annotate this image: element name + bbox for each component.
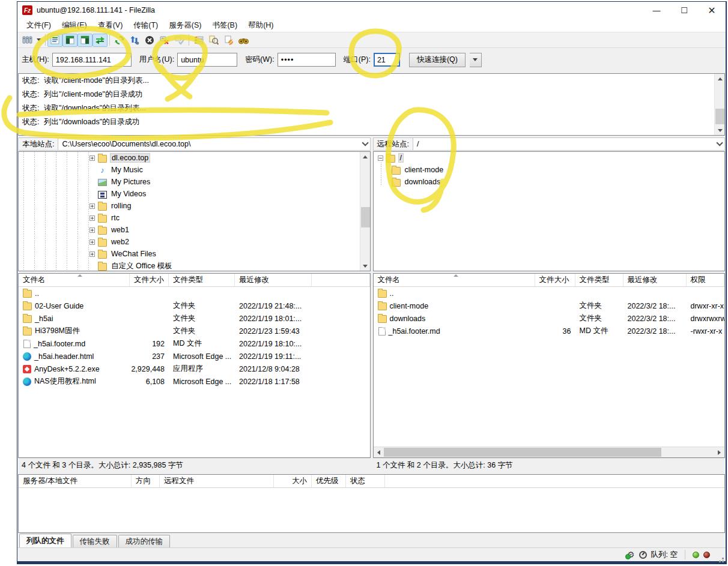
remote-path-combo[interactable]: /	[413, 137, 725, 151]
port-input[interactable]	[374, 53, 400, 67]
refresh-button[interactable]	[112, 34, 127, 47]
file-row[interactable]: ..	[19, 287, 370, 300]
tree-item[interactable]: dl.ecoo.top	[19, 152, 370, 164]
scrollbar-thumb[interactable]	[384, 448, 661, 457]
tab-queued-files[interactable]: 列队的文件	[19, 534, 71, 547]
cancel-button[interactable]	[142, 34, 157, 47]
tree-item[interactable]: My Pictures	[19, 176, 370, 188]
tree-item[interactable]: ♪My Music	[19, 164, 370, 176]
quickconnect-dropdown[interactable]	[470, 53, 482, 67]
queue-column-size[interactable]: 大小	[274, 475, 312, 487]
scroll-up-arrow[interactable]	[360, 152, 371, 161]
expand-plus-icon[interactable]	[89, 227, 95, 233]
expand-plus-icon[interactable]	[89, 215, 95, 221]
queue-column-direction[interactable]: 方向	[132, 475, 160, 487]
scroll-right-arrow[interactable]	[714, 447, 724, 457]
column-header-perms[interactable]: 权限	[687, 274, 725, 286]
toggle-remote-tree-button[interactable]	[77, 34, 93, 47]
tree-item[interactable]: client-mode	[374, 164, 725, 176]
filter-button[interactable]	[191, 34, 206, 47]
site-manager-dropdown[interactable]	[35, 34, 43, 47]
title-bar[interactable]: Fz ubuntu@192.168.111.141 - FileZilla — …	[17, 2, 726, 19]
menu-transfer[interactable]: 传输(T)	[128, 19, 163, 32]
close-button[interactable]: ✕	[698, 2, 726, 19]
expand-plus-icon[interactable]	[89, 155, 95, 161]
toggle-log-button[interactable]	[47, 34, 62, 47]
queue-column-remote-file[interactable]: 远程文件	[160, 475, 274, 487]
file-row[interactable]: client-mode文件夹2022/3/2 18:...drwxr-xr-x	[374, 300, 725, 312]
scroll-up-arrow[interactable]	[715, 74, 725, 83]
menu-file[interactable]: 文件(F)	[21, 19, 56, 32]
tree-item[interactable]: rolling	[19, 200, 370, 212]
tree-item[interactable]: 自定义 Office 模板	[19, 260, 370, 271]
tree-item[interactable]: downloads	[374, 176, 725, 188]
file-row[interactable]: downloads文件夹2022/3/2 18:...drwxrwxrwx	[374, 312, 725, 325]
menu-server[interactable]: 服务器(S)	[163, 19, 207, 32]
file-row[interactable]: Hi3798M固件文件夹2022/1/23 1:59:43	[19, 325, 370, 337]
tab-failed-transfers[interactable]: 传输失败	[73, 535, 117, 547]
file-row[interactable]: AnyDesk+5.2.2.exe2,929,448应用程序2021/12/8 …	[19, 363, 370, 375]
tab-successful-transfers[interactable]: 成功的传输	[118, 535, 171, 547]
tree-item[interactable]: web2	[19, 236, 370, 248]
password-input[interactable]	[278, 53, 336, 67]
host-input[interactable]	[52, 53, 132, 67]
reconnect-button[interactable]	[172, 34, 187, 47]
column-header-modified[interactable]: 最近修改	[623, 274, 687, 286]
file-row[interactable]: _h5ai.header.html237Microsoft Edge ...20…	[19, 350, 370, 363]
toggle-local-tree-button[interactable]	[62, 34, 77, 47]
expand-plus-icon[interactable]	[89, 239, 95, 245]
file-row[interactable]: ..	[374, 287, 725, 300]
log-scrollbar[interactable]	[714, 74, 724, 135]
menu-bookmarks[interactable]: 书签(B)	[207, 19, 243, 32]
process-queue-button[interactable]	[127, 34, 142, 47]
collapse-minus-icon[interactable]	[378, 155, 383, 161]
site-manager-button[interactable]	[20, 34, 35, 47]
tree-item[interactable]: My Videos	[19, 188, 370, 200]
tree-item[interactable]: WeChat Files	[19, 248, 370, 260]
local-path-combo[interactable]: C:\Users\ecoo\Documents\dl.ecoo.top\	[58, 137, 370, 151]
tree-item[interactable]: rtc	[19, 212, 370, 224]
minimize-button[interactable]: —	[643, 2, 670, 19]
column-header-type[interactable]: 文件类型	[169, 274, 235, 286]
expand-plus-icon[interactable]	[89, 203, 95, 209]
maximize-button[interactable]: ☐	[670, 2, 698, 19]
tree-item[interactable]: web1	[19, 224, 370, 236]
file-row[interactable]: _h5ai文件夹2022/1/19 18:01:...	[19, 312, 370, 325]
menu-help[interactable]: 帮助(H)	[243, 19, 279, 32]
speed-limits-icon[interactable]	[639, 551, 647, 559]
scroll-left-arrow[interactable]	[374, 447, 384, 457]
column-header-size[interactable]: 文件大小	[535, 274, 575, 286]
synchronized-browsing-button[interactable]	[221, 34, 236, 47]
username-input[interactable]	[177, 53, 237, 67]
toggle-queue-button[interactable]	[93, 34, 108, 47]
scroll-down-arrow[interactable]	[715, 125, 725, 135]
directory-compare-button[interactable]	[206, 34, 221, 47]
queue-column-priority[interactable]: 优先级	[312, 475, 346, 487]
file-row[interactable]: 02-User Guide文件夹2022/1/19 21:48:...	[19, 300, 370, 312]
local-tree-scrollbar[interactable]	[360, 152, 370, 271]
scrollbar-thumb[interactable]	[715, 109, 724, 124]
auto-transfer-settings-icon[interactable]: ⚙	[627, 550, 635, 559]
scroll-down-arrow[interactable]	[360, 261, 371, 271]
chevron-down-icon[interactable]	[362, 139, 368, 146]
column-header-type[interactable]: 文件类型	[575, 274, 623, 286]
resize-grip[interactable]	[722, 558, 724, 559]
file-row[interactable]: NAS使用教程.html6,108Microsoft Edge ...2022/…	[19, 375, 370, 388]
file-row[interactable]: _h5ai.footer.md36MD 文件2022/3/2 18:...-rw…	[374, 325, 725, 337]
scrollbar-thumb[interactable]	[361, 207, 370, 227]
expand-plus-icon[interactable]	[89, 251, 95, 257]
disconnect-button[interactable]	[157, 34, 172, 47]
chevron-down-icon[interactable]	[716, 139, 723, 146]
quickconnect-button[interactable]: 快速连接(Q)	[409, 53, 466, 67]
queue-column-status[interactable]: 状态	[346, 475, 385, 487]
menu-edit[interactable]: 编辑(E)	[56, 19, 93, 32]
column-header-name[interactable]: 文件名	[19, 274, 130, 286]
queue-column-server-local[interactable]: 服务器/本地文件	[19, 475, 132, 487]
menu-view[interactable]: 查看(V)	[93, 19, 129, 32]
find-files-button[interactable]	[236, 34, 251, 47]
column-header-modified[interactable]: 最近修改	[235, 274, 312, 286]
column-header-size[interactable]: 文件大小	[130, 274, 169, 286]
remote-horizontal-scrollbar[interactable]	[374, 447, 725, 457]
file-row[interactable]: _h5ai.footer.md192MD 文件2022/1/19 18:10:.…	[19, 337, 370, 350]
tree-item[interactable]: /	[374, 152, 725, 164]
